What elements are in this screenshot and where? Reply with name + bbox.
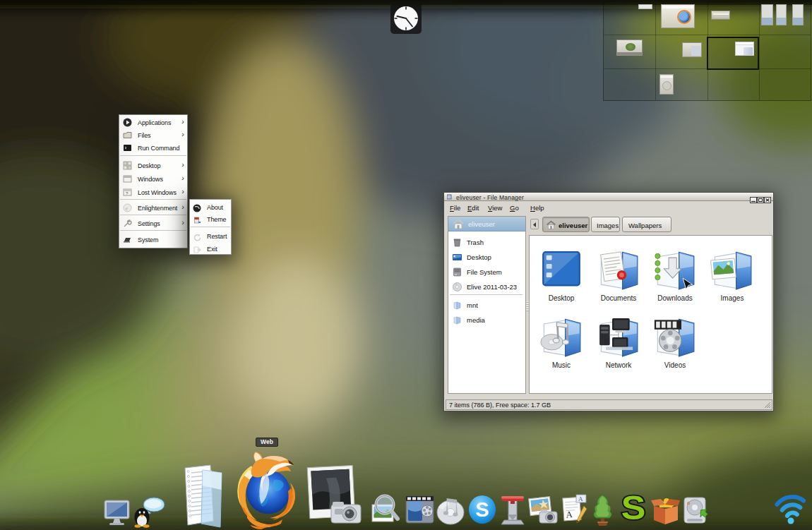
svg-text:A: A bbox=[566, 509, 573, 520]
svg-text:S: S bbox=[475, 498, 489, 521]
svg-text:S: S bbox=[621, 491, 646, 527]
svg-text:G: G bbox=[687, 501, 691, 505]
svg-text:A: A bbox=[578, 495, 583, 502]
svg-text:e: e bbox=[126, 205, 129, 212]
